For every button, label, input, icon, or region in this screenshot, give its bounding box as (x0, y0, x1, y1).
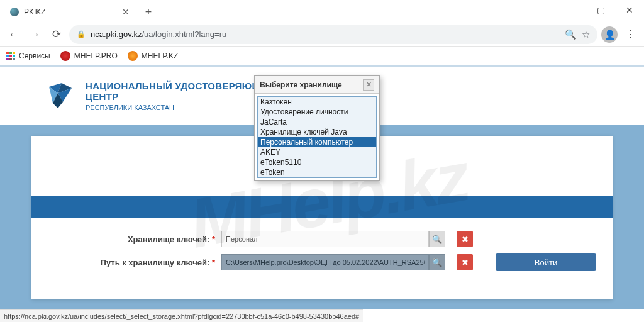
tab-close-icon[interactable]: ✕ (122, 7, 130, 17)
bookmark-icon (128, 51, 138, 61)
storage-input[interactable] (221, 231, 429, 247)
profile-avatar-icon[interactable]: 👤 (601, 26, 618, 43)
path-label: Путь к хранилищу ключей: * (39, 258, 215, 267)
address-bar[interactable]: 🔒 nca.pki.gov.kz/ua/login.xhtml?lang=ru … (69, 25, 597, 44)
status-bar-url: https://nca.pki.gov.kz/ua/includes/selec… (0, 309, 363, 322)
bookmark-mhelp-pro[interactable]: MHELP.PRO (60, 51, 118, 61)
modal-title: Выберите хранилище (260, 80, 363, 89)
storage-select-modal: Выберите хранилище ✕ КазтокенУдостоверен… (254, 75, 380, 181)
menu-icon[interactable]: ⋮ (621, 26, 639, 43)
nav-forward-button: → (26, 26, 44, 43)
storage-listbox[interactable]: КазтокенУдостоверение личностиJaCartaХра… (257, 96, 377, 178)
site-logo-icon (44, 80, 74, 111)
storage-option[interactable]: Персональный компьютер (258, 137, 376, 147)
window-minimize-button[interactable]: — (557, 0, 586, 20)
storage-option[interactable]: Удостоверение личности (258, 107, 376, 117)
apps-label: Сервисы (19, 52, 50, 60)
path-search-button[interactable]: 🔍 (429, 254, 445, 270)
modal-close-button[interactable]: ✕ (363, 79, 374, 91)
tab-title: PKIKZ (24, 8, 122, 16)
new-tab-button[interactable]: + (140, 3, 157, 21)
storage-option[interactable]: eToken (258, 167, 376, 177)
path-clear-button[interactable]: ✖ (457, 254, 473, 270)
storage-search-button[interactable]: 🔍 (429, 231, 445, 247)
card-stripe (31, 196, 613, 218)
url-text: nca.pki.gov.kz/ua/login.xhtml?lang=ru (91, 30, 560, 39)
bookmark-star-icon[interactable]: ☆ (582, 29, 590, 40)
login-button[interactable]: Войти (496, 253, 596, 271)
nav-reload-button[interactable]: ⟳ (48, 26, 65, 43)
browser-tab[interactable]: PKIKZ ✕ (4, 1, 136, 23)
window-maximize-button[interactable]: ▢ (586, 0, 615, 20)
storage-option[interactable]: Хранилище ключей Java (258, 127, 376, 137)
bookmark-icon (60, 51, 70, 61)
storage-option[interactable]: eToken5110 (258, 157, 376, 167)
apps-grid-icon (6, 52, 15, 60)
zoom-icon[interactable]: 🔍 (565, 29, 577, 40)
storage-option[interactable]: JaCarta (258, 117, 376, 127)
storage-label: Хранилище ключей: * (39, 235, 215, 244)
window-close-button[interactable]: ✕ (615, 0, 644, 20)
storage-clear-button[interactable]: ✖ (457, 231, 473, 247)
storage-option[interactable]: Казтокен (258, 97, 376, 107)
favicon-icon (10, 8, 19, 16)
bookmark-mhelp-kz[interactable]: MHELP.KZ (128, 51, 178, 61)
nav-back-button[interactable]: ← (5, 26, 23, 43)
storage-option[interactable]: AKEY (258, 147, 376, 157)
lock-icon: 🔒 (77, 30, 86, 38)
apps-bookmark[interactable]: Сервисы (6, 52, 50, 60)
path-input[interactable] (221, 254, 429, 270)
